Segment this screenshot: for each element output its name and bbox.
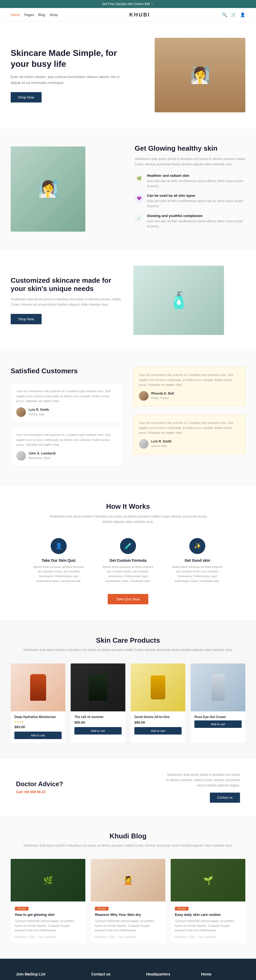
- product-price-2: $90.00: [134, 721, 182, 724]
- product-stars-0: ★★★★: [14, 721, 62, 723]
- step-desc-0: Aptent taciti sociosqu ad litora torquen…: [32, 565, 85, 583]
- take-quiz-button[interactable]: Take Quiz Now: [108, 594, 148, 605]
- products-section: Skin Care Products Vestibulum ante ipsum…: [0, 620, 256, 759]
- product-card-1: The call of summer $95.00 Add to cart: [71, 663, 125, 743]
- blog-grid: 🌿 Skincare How to get glowing skin Quisq…: [11, 859, 245, 943]
- product-card-2: Good Genes All-In-One $90.00 Add to cart: [131, 663, 185, 743]
- doctor-phone: Call +00 568 99 22: [16, 790, 46, 794]
- feature-desc-0: Duis sed odio sit felis condimentum port…: [147, 179, 245, 189]
- reviewer-name-1: John S. Lombardi: [29, 452, 56, 455]
- hero-person-image: 🧖‍♀️: [155, 38, 245, 112]
- feature-icon-1: 💜: [135, 194, 143, 203]
- product-image-1: [71, 663, 125, 711]
- customized-description: Vestibulum ante ipsum primis in faucibus…: [11, 297, 123, 307]
- doctor-right: Vestibulum ante ipsum primis in faucibus…: [165, 772, 240, 803]
- add-to-cart-button-2[interactable]: Add to cart: [134, 727, 182, 735]
- add-to-cart-button-3[interactable]: Add to cart: [194, 721, 242, 728]
- customized-cta-button[interactable]: Shop Now: [11, 314, 42, 324]
- feature-desc-1: Duis sed odio sit felis condimentum port…: [147, 199, 245, 209]
- avatar-3: [139, 439, 149, 449]
- add-to-cart-button-0[interactable]: Add to cart: [14, 732, 62, 739]
- product-card-0: Deep Hydration Moisturizer ★★★★ $93.00 A…: [11, 663, 66, 743]
- blog-comments-0: No Comments: [39, 935, 56, 939]
- product-bottle-0: [30, 674, 46, 701]
- testimonial-card-3: Cras vel consectetur odio pulvinar mi. C…: [133, 415, 245, 454]
- headquarters-title: Headquarters: [146, 972, 185, 976]
- testimonials-left: Satisfied Customers Cras vel consectetur…: [11, 367, 123, 471]
- glowing-image: 🧖‍♀️: [11, 146, 85, 232]
- contact-title: Contact us: [91, 972, 130, 976]
- feature-item-1: 💜 Can be used by all skin types Duis sed…: [135, 194, 245, 209]
- cart-icon[interactable]: 🛒: [231, 12, 236, 17]
- product-name-2: Good Genes All-In-One: [134, 715, 182, 719]
- avatar-1: [16, 451, 26, 461]
- product-info-1: The call of summer $95.00 Add to cart: [71, 711, 125, 738]
- contact-us-button[interactable]: Contact us: [210, 792, 240, 803]
- nav-home[interactable]: Home: [11, 13, 20, 17]
- testimonial-text-1: Cras vel consectetur odio pulvinar mi. C…: [16, 432, 117, 447]
- product-name-3: Rose Eye Gel Cream: [194, 715, 242, 719]
- account-icon[interactable]: 👤: [240, 12, 245, 17]
- reviewer-name-3: Luis R. Smith: [151, 439, 172, 443]
- blog-tag-1: Skincare: [95, 907, 109, 910]
- blog-info-0: Skincare How to get glowing skin Quisque…: [11, 902, 85, 943]
- step-title-0: Take Our Skin Quiz: [32, 558, 85, 563]
- nav-pages[interactable]: Pages: [24, 13, 34, 17]
- how-it-works-title: How It Works: [11, 503, 245, 511]
- add-to-cart-button-1[interactable]: Add to cart: [74, 727, 122, 735]
- customized-section: Customized skincare made for your skin's…: [0, 250, 256, 351]
- steps-container: 👤 Take Our Skin Quiz Aptent taciti socio…: [11, 538, 245, 583]
- avatar-2: [139, 391, 149, 401]
- testimonial-card-2: Cras vel consectetur odio pulvinar mi. C…: [133, 367, 245, 406]
- nav-links: Home Pages Blog Shop: [11, 13, 58, 17]
- blog-post-title-2: Easy daily skin care routine: [175, 913, 241, 916]
- blog-meta-1: February 9, 2020 | No Comments: [95, 935, 161, 939]
- navigation: Home Pages Blog Shop KHUBI 🔍 🛒 👤: [0, 8, 256, 22]
- step-desc-1: Aptent taciti sociosqu ad litora torquen…: [101, 565, 155, 583]
- testimonials-right: Cras vel consectetur odio pulvinar mi. C…: [133, 367, 245, 471]
- blog-tag-2: Skincare: [175, 907, 189, 910]
- search-icon[interactable]: 🔍: [222, 12, 227, 17]
- hero-description: Enim ad minim veniam, quis nostrud exerc…: [11, 74, 123, 86]
- blog-date-0: February 9, 2020: [15, 935, 35, 939]
- step-title-2: Get Good skin: [171, 558, 224, 563]
- nav-shop[interactable]: Shop: [50, 13, 58, 17]
- feature-title-1: Can be used by all skin types: [147, 194, 245, 197]
- hero-image: 🧖‍♀️: [155, 38, 245, 112]
- mailing-title: Join Mailing List: [16, 972, 75, 976]
- product-info-0: Deep Hydration Moisturizer ★★★★ $93.00 A…: [11, 711, 66, 743]
- reviewer-info-0: Luis R. Smith Venice, Italy: [29, 408, 49, 417]
- hero-cta-button[interactable]: Shop Now: [11, 92, 42, 102]
- product-bottle-2: [151, 675, 165, 699]
- glowing-section: 🧖‍♀️ Get Glowing healthy skin Vestibulum…: [0, 128, 256, 250]
- blog-description: Vestibulum ante ipsum primis in faucibus…: [11, 843, 245, 848]
- how-it-works-description: Vestibulum ante ipsum primis in faucibus…: [48, 514, 208, 525]
- top-banner: Get Free Sample with Orders $49 →: [0, 0, 256, 8]
- feature-item-2: ✓ Glowing and youthful complexion Duis s…: [135, 214, 245, 229]
- reviewer-info-2: Rhonda K. Bell Philly, France: [151, 391, 174, 400]
- feature-icon-2: ✓: [135, 214, 143, 223]
- reviewer-location-2: Philly, France: [151, 396, 169, 399]
- feature-title-0: Healthier and radiant skin: [147, 173, 245, 178]
- product-info-2: Good Genes All-In-One $90.00 Add to cart: [131, 711, 185, 738]
- product-card-3: Rose Eye Gel Cream Add to cart: [190, 663, 245, 743]
- hero-text: Skincare Made Simple, for your busy life…: [11, 48, 133, 102]
- doctor-left: Doctor Advice? Call +00 568 99 22: [16, 780, 63, 794]
- customized-text: Customized skincare made for your skin's…: [11, 276, 133, 324]
- reviewer-location-1: Barcelona, Spain: [29, 456, 51, 460]
- product-name-1: The call of summer: [74, 715, 122, 719]
- doctor-title: Doctor Advice?: [16, 780, 63, 788]
- feature-icon-0: 🌿: [135, 174, 143, 183]
- nav-blog[interactable]: Blog: [38, 13, 45, 17]
- contact-col: Contact us hello@khubi.com 123 Main Stre…: [91, 972, 130, 980]
- avatar-0: [16, 407, 26, 417]
- hero-image-container: 🧖‍♀️: [133, 38, 245, 112]
- blog-tag-0: Skincare: [15, 907, 29, 910]
- feature-title-2: Glowing and youthful complexion: [147, 214, 245, 218]
- step-desc-2: Aptent taciti sociosqu ad litora torquen…: [171, 565, 224, 583]
- feature-content-1: Can be used by all skin types Duis sed o…: [147, 194, 245, 209]
- site-logo: KHUBI: [130, 12, 150, 18]
- blog-meta-0: February 9, 2020 | No Comments: [15, 935, 81, 939]
- blog-image-0: 🌿: [11, 859, 85, 902]
- blog-card-2: 🌱 Skincare Easy daily skin care routine …: [171, 859, 245, 943]
